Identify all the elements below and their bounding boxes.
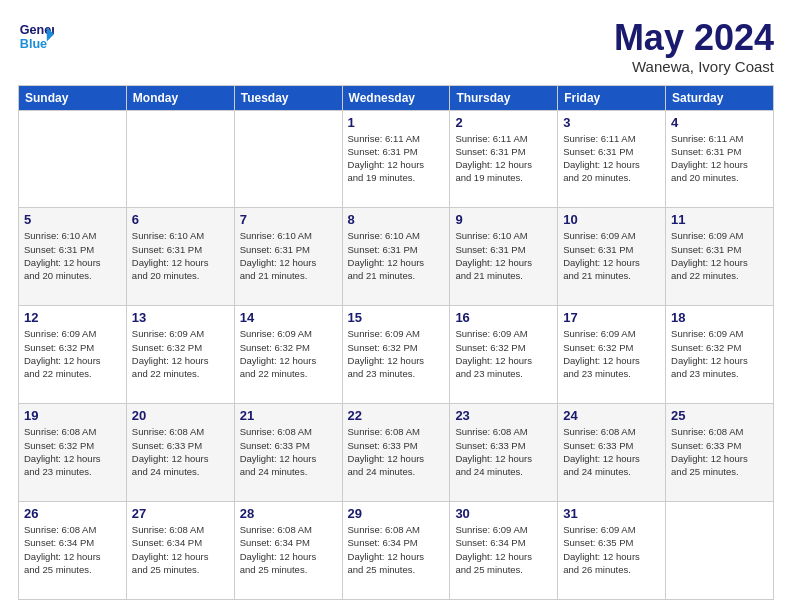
- calendar-cell: 23Sunrise: 6:08 AMSunset: 6:33 PMDayligh…: [450, 404, 558, 502]
- day-number: 26: [24, 506, 121, 521]
- day-info: Sunrise: 6:10 AMSunset: 6:31 PMDaylight:…: [455, 229, 552, 282]
- day-info: Sunrise: 6:08 AMSunset: 6:33 PMDaylight:…: [348, 425, 445, 478]
- day-info: Sunrise: 6:09 AMSunset: 6:32 PMDaylight:…: [455, 327, 552, 380]
- day-info: Sunrise: 6:09 AMSunset: 6:32 PMDaylight:…: [348, 327, 445, 380]
- calendar-cell: 28Sunrise: 6:08 AMSunset: 6:34 PMDayligh…: [234, 502, 342, 600]
- day-number: 24: [563, 408, 660, 423]
- calendar-header-row: Sunday Monday Tuesday Wednesday Thursday…: [19, 85, 774, 110]
- day-number: 18: [671, 310, 768, 325]
- calendar-cell: 3Sunrise: 6:11 AMSunset: 6:31 PMDaylight…: [558, 110, 666, 208]
- day-number: 7: [240, 212, 337, 227]
- calendar-cell: 25Sunrise: 6:08 AMSunset: 6:33 PMDayligh…: [666, 404, 774, 502]
- day-info: Sunrise: 6:09 AMSunset: 6:32 PMDaylight:…: [671, 327, 768, 380]
- calendar-cell: 16Sunrise: 6:09 AMSunset: 6:32 PMDayligh…: [450, 306, 558, 404]
- col-tuesday: Tuesday: [234, 85, 342, 110]
- day-info: Sunrise: 6:11 AMSunset: 6:31 PMDaylight:…: [348, 132, 445, 185]
- location: Wanewa, Ivory Coast: [614, 58, 774, 75]
- day-number: 31: [563, 506, 660, 521]
- calendar-cell: 15Sunrise: 6:09 AMSunset: 6:32 PMDayligh…: [342, 306, 450, 404]
- calendar-cell: 5Sunrise: 6:10 AMSunset: 6:31 PMDaylight…: [19, 208, 127, 306]
- day-number: 4: [671, 115, 768, 130]
- page: General Blue May 2024 Wanewa, Ivory Coas…: [0, 0, 792, 612]
- day-number: 3: [563, 115, 660, 130]
- col-friday: Friday: [558, 85, 666, 110]
- week-row-4: 19Sunrise: 6:08 AMSunset: 6:32 PMDayligh…: [19, 404, 774, 502]
- general-blue-logo-icon: General Blue: [18, 18, 54, 54]
- day-number: 27: [132, 506, 229, 521]
- calendar-cell: 4Sunrise: 6:11 AMSunset: 6:31 PMDaylight…: [666, 110, 774, 208]
- title-block: May 2024 Wanewa, Ivory Coast: [614, 18, 774, 75]
- day-info: Sunrise: 6:09 AMSunset: 6:31 PMDaylight:…: [671, 229, 768, 282]
- day-info: Sunrise: 6:11 AMSunset: 6:31 PMDaylight:…: [455, 132, 552, 185]
- day-info: Sunrise: 6:09 AMSunset: 6:31 PMDaylight:…: [563, 229, 660, 282]
- header: General Blue May 2024 Wanewa, Ivory Coas…: [18, 18, 774, 75]
- day-number: 12: [24, 310, 121, 325]
- day-number: 15: [348, 310, 445, 325]
- day-number: 28: [240, 506, 337, 521]
- day-info: Sunrise: 6:08 AMSunset: 6:32 PMDaylight:…: [24, 425, 121, 478]
- calendar-cell: 22Sunrise: 6:08 AMSunset: 6:33 PMDayligh…: [342, 404, 450, 502]
- day-info: Sunrise: 6:11 AMSunset: 6:31 PMDaylight:…: [671, 132, 768, 185]
- day-number: 9: [455, 212, 552, 227]
- calendar-cell: 30Sunrise: 6:09 AMSunset: 6:34 PMDayligh…: [450, 502, 558, 600]
- day-info: Sunrise: 6:08 AMSunset: 6:34 PMDaylight:…: [240, 523, 337, 576]
- calendar-cell: 21Sunrise: 6:08 AMSunset: 6:33 PMDayligh…: [234, 404, 342, 502]
- calendar-cell: 17Sunrise: 6:09 AMSunset: 6:32 PMDayligh…: [558, 306, 666, 404]
- calendar-cell: 26Sunrise: 6:08 AMSunset: 6:34 PMDayligh…: [19, 502, 127, 600]
- day-number: 6: [132, 212, 229, 227]
- day-number: 19: [24, 408, 121, 423]
- logo: General Blue: [18, 18, 54, 54]
- day-info: Sunrise: 6:08 AMSunset: 6:33 PMDaylight:…: [563, 425, 660, 478]
- day-number: 23: [455, 408, 552, 423]
- col-sunday: Sunday: [19, 85, 127, 110]
- day-info: Sunrise: 6:09 AMSunset: 6:32 PMDaylight:…: [24, 327, 121, 380]
- col-wednesday: Wednesday: [342, 85, 450, 110]
- week-row-1: 1Sunrise: 6:11 AMSunset: 6:31 PMDaylight…: [19, 110, 774, 208]
- day-number: 13: [132, 310, 229, 325]
- day-info: Sunrise: 6:09 AMSunset: 6:32 PMDaylight:…: [240, 327, 337, 380]
- calendar-cell: 11Sunrise: 6:09 AMSunset: 6:31 PMDayligh…: [666, 208, 774, 306]
- calendar-cell: [19, 110, 127, 208]
- day-number: 22: [348, 408, 445, 423]
- col-thursday: Thursday: [450, 85, 558, 110]
- day-info: Sunrise: 6:08 AMSunset: 6:34 PMDaylight:…: [348, 523, 445, 576]
- day-number: 16: [455, 310, 552, 325]
- day-info: Sunrise: 6:08 AMSunset: 6:34 PMDaylight:…: [24, 523, 121, 576]
- day-info: Sunrise: 6:08 AMSunset: 6:33 PMDaylight:…: [132, 425, 229, 478]
- day-number: 10: [563, 212, 660, 227]
- day-info: Sunrise: 6:09 AMSunset: 6:35 PMDaylight:…: [563, 523, 660, 576]
- calendar-cell: 12Sunrise: 6:09 AMSunset: 6:32 PMDayligh…: [19, 306, 127, 404]
- calendar-cell: [666, 502, 774, 600]
- day-info: Sunrise: 6:08 AMSunset: 6:34 PMDaylight:…: [132, 523, 229, 576]
- calendar-table: Sunday Monday Tuesday Wednesday Thursday…: [18, 85, 774, 600]
- day-number: 30: [455, 506, 552, 521]
- calendar-cell: 19Sunrise: 6:08 AMSunset: 6:32 PMDayligh…: [19, 404, 127, 502]
- calendar-cell: 9Sunrise: 6:10 AMSunset: 6:31 PMDaylight…: [450, 208, 558, 306]
- calendar-cell: 18Sunrise: 6:09 AMSunset: 6:32 PMDayligh…: [666, 306, 774, 404]
- calendar-cell: 14Sunrise: 6:09 AMSunset: 6:32 PMDayligh…: [234, 306, 342, 404]
- day-number: 20: [132, 408, 229, 423]
- day-info: Sunrise: 6:10 AMSunset: 6:31 PMDaylight:…: [24, 229, 121, 282]
- calendar-cell: 27Sunrise: 6:08 AMSunset: 6:34 PMDayligh…: [126, 502, 234, 600]
- day-info: Sunrise: 6:10 AMSunset: 6:31 PMDaylight:…: [132, 229, 229, 282]
- svg-text:Blue: Blue: [20, 37, 47, 51]
- day-number: 29: [348, 506, 445, 521]
- day-number: 14: [240, 310, 337, 325]
- week-row-3: 12Sunrise: 6:09 AMSunset: 6:32 PMDayligh…: [19, 306, 774, 404]
- day-number: 8: [348, 212, 445, 227]
- day-number: 21: [240, 408, 337, 423]
- day-number: 17: [563, 310, 660, 325]
- month-year: May 2024: [614, 18, 774, 58]
- day-number: 11: [671, 212, 768, 227]
- day-number: 25: [671, 408, 768, 423]
- day-number: 5: [24, 212, 121, 227]
- week-row-2: 5Sunrise: 6:10 AMSunset: 6:31 PMDaylight…: [19, 208, 774, 306]
- day-info: Sunrise: 6:08 AMSunset: 6:33 PMDaylight:…: [671, 425, 768, 478]
- calendar-cell: 1Sunrise: 6:11 AMSunset: 6:31 PMDaylight…: [342, 110, 450, 208]
- calendar-cell: 13Sunrise: 6:09 AMSunset: 6:32 PMDayligh…: [126, 306, 234, 404]
- calendar-cell: 8Sunrise: 6:10 AMSunset: 6:31 PMDaylight…: [342, 208, 450, 306]
- day-number: 2: [455, 115, 552, 130]
- week-row-5: 26Sunrise: 6:08 AMSunset: 6:34 PMDayligh…: [19, 502, 774, 600]
- day-info: Sunrise: 6:09 AMSunset: 6:32 PMDaylight:…: [563, 327, 660, 380]
- calendar-cell: 7Sunrise: 6:10 AMSunset: 6:31 PMDaylight…: [234, 208, 342, 306]
